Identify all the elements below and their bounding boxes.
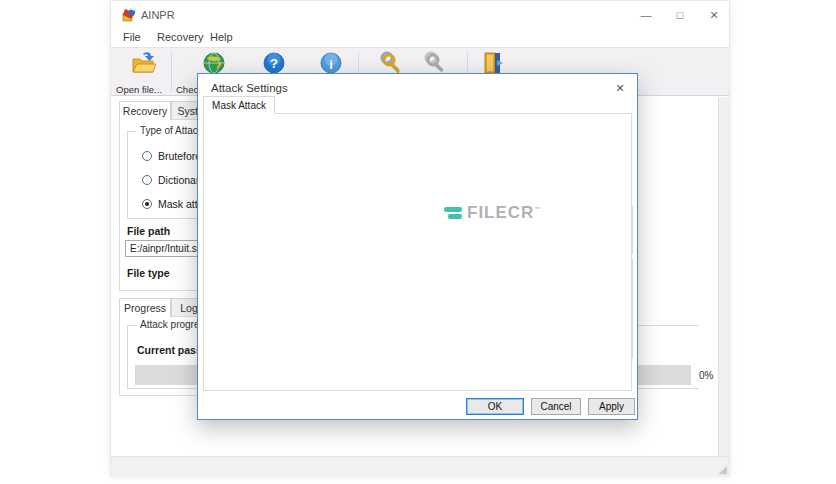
radio-circle [142, 175, 152, 185]
toolbar-separator [171, 52, 172, 92]
status-bar: ◢ [111, 456, 729, 477]
file-path-label: File path [127, 225, 170, 237]
cancel-button[interactable]: Cancel [531, 398, 581, 415]
menu-recovery[interactable]: Recovery [154, 29, 206, 45]
dialog-close-icon[interactable]: ✕ [611, 79, 629, 97]
close-button[interactable]: ✕ [703, 7, 725, 23]
scrollbar[interactable] [718, 97, 729, 456]
minimize-button[interactable]: — [635, 7, 657, 23]
radio-circle [142, 151, 152, 161]
mask-attack-page [203, 113, 632, 391]
file-type-label: File type [127, 267, 170, 279]
folder-open-icon[interactable] [130, 50, 156, 76]
svg-text:?: ? [270, 56, 278, 71]
tab-recovery[interactable]: Recovery [119, 101, 171, 120]
app-icon [122, 8, 136, 22]
ok-button[interactable]: OK [466, 398, 524, 415]
tab-progress[interactable]: Progress [119, 298, 171, 317]
svg-text:i: i [329, 57, 333, 72]
menu-bar: File Recovery Help [111, 27, 729, 47]
screenshot-canvas: AINPR — □ ✕ File Recovery Help Open file… [0, 0, 836, 484]
open-file-label: Open file... [116, 84, 162, 95]
maximize-button[interactable]: □ [669, 7, 691, 23]
title-bar: AINPR — □ ✕ [111, 1, 729, 29]
resize-grip-icon[interactable]: ◢ [719, 463, 727, 476]
menu-help[interactable]: Help [207, 29, 236, 45]
radio-circle-selected [142, 199, 152, 209]
window-title: AINPR [141, 9, 175, 21]
apply-button[interactable]: Apply [588, 398, 635, 415]
menu-file[interactable]: File [120, 29, 144, 45]
attack-settings-dialog: Attack Settings ✕ Mask Attack ??- single… [197, 73, 638, 420]
progress-percent: 0% [699, 370, 713, 381]
tab-mask-attack[interactable]: Mask Attack [203, 96, 275, 114]
dialog-title: Attack Settings [211, 82, 288, 94]
radio-dictionary[interactable]: Dictionary [142, 170, 205, 182]
